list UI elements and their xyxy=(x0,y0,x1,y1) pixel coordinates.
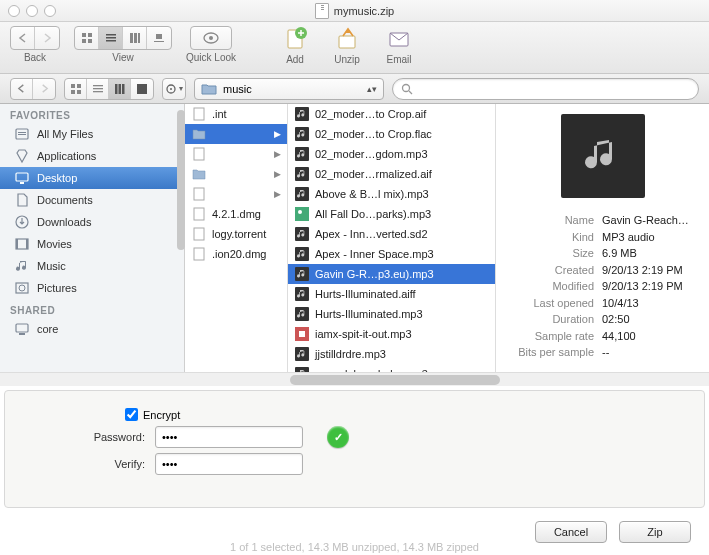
desktop-icon xyxy=(14,170,30,186)
svg-rect-27 xyxy=(122,84,125,94)
svg-rect-5 xyxy=(106,37,116,39)
all-my-files-icon xyxy=(14,126,30,142)
column2-item[interactable]: Hurts-Illuminated.aiff xyxy=(288,284,495,304)
svg-rect-0 xyxy=(82,33,86,37)
file-icon xyxy=(191,146,207,162)
scrollbar-thumb[interactable] xyxy=(290,375,500,385)
sidebar-item-movies[interactable]: Movies xyxy=(0,233,184,255)
quick-look-label: Quick Look xyxy=(186,52,236,63)
sidebar-item-downloads[interactable]: Downloads xyxy=(0,211,184,233)
column2-item[interactable]: Apex - Inner Space.mp3 xyxy=(288,244,495,264)
back-button[interactable] xyxy=(11,27,35,49)
meta-value: 44,100 xyxy=(602,328,697,345)
svg-rect-46 xyxy=(194,148,204,160)
sidebar-item-music[interactable]: Music xyxy=(0,255,184,277)
column2-item[interactable]: Apex - Inn…verted.sd2 xyxy=(288,224,495,244)
file-label: iamx-spit-it-out.mp3 xyxy=(315,328,412,340)
file-label: 02_moder…rmalized.aif xyxy=(315,168,432,180)
column2-item[interactable]: 02_moder…rmalized.aif xyxy=(288,164,495,184)
path-list-view[interactable] xyxy=(87,79,109,99)
column2-item[interactable]: Above & B…l mix).mp3 xyxy=(288,184,495,204)
svg-rect-43 xyxy=(16,324,28,332)
horizontal-scrollbar[interactable] xyxy=(0,372,709,386)
svg-rect-47 xyxy=(194,188,204,200)
unzip-button[interactable] xyxy=(328,26,366,52)
search-input[interactable] xyxy=(413,83,690,95)
sidebar-item-pictures[interactable]: Pictures xyxy=(0,277,184,299)
sidebar-item-desktop[interactable]: Desktop xyxy=(0,167,184,189)
zip-button[interactable]: Zip xyxy=(619,521,691,543)
sidebar-item-label: Documents xyxy=(37,194,93,206)
meta-row: Size6.9 MB xyxy=(508,245,697,262)
svg-rect-39 xyxy=(16,239,18,249)
path-column-view[interactable] xyxy=(109,79,131,99)
music-note-icon xyxy=(581,134,625,178)
audio-file-icon xyxy=(294,306,310,322)
column2-item[interactable]: jjstilldrdre.mp3 xyxy=(288,344,495,364)
list-view-button[interactable] xyxy=(99,27,123,49)
cancel-button[interactable]: Cancel xyxy=(535,521,607,543)
svg-rect-20 xyxy=(71,90,75,94)
file-label: All Fall Do…parks).mp3 xyxy=(315,208,431,220)
column2-item[interactable]: 02_moder…to Crop.aif xyxy=(288,104,495,124)
add-button[interactable] xyxy=(276,26,314,52)
path-coverflow-view[interactable] xyxy=(131,79,153,99)
sidebar-item-label: Downloads xyxy=(37,216,91,228)
column2-item[interactable]: Gavin G-R…p3.eu).mp3 xyxy=(288,264,495,284)
verify-input[interactable] xyxy=(155,453,303,475)
column2-item[interactable]: oceanlab-…d_day.mp3 xyxy=(288,364,495,372)
path-dropdown[interactable]: music ▴▾ xyxy=(194,78,384,100)
column1-item[interactable]: .int xyxy=(185,104,287,124)
sidebar-item-documents[interactable]: Documents xyxy=(0,189,184,211)
sidebar-scrollbar[interactable] xyxy=(177,110,185,250)
audio-file-icon xyxy=(294,266,310,282)
path-forward-button[interactable] xyxy=(33,79,55,99)
file-label: 4.2.1.dmg xyxy=(212,208,261,220)
sidebar-item-applications[interactable]: Applications xyxy=(0,145,184,167)
image2-file-icon xyxy=(294,326,310,342)
encrypt-checkbox[interactable] xyxy=(125,408,138,421)
column2-item[interactable]: 02_moder…to Crop.flac xyxy=(288,124,495,144)
column1-item[interactable]: ▶ xyxy=(185,144,287,164)
email-button[interactable] xyxy=(380,26,418,52)
path-icon-view[interactable] xyxy=(65,79,87,99)
column1-item[interactable]: .ion20.dmg xyxy=(185,244,287,264)
column2-item[interactable]: All Fall Do…parks).mp3 xyxy=(288,204,495,224)
svg-rect-35 xyxy=(16,173,28,181)
password-input[interactable] xyxy=(155,426,303,448)
window-title-text: mymusic.zip xyxy=(334,5,395,17)
column-view-button[interactable] xyxy=(123,27,147,49)
sidebar-item-label: Applications xyxy=(37,150,96,162)
column1-item[interactable]: 4.2.1.dmg xyxy=(185,204,287,224)
meta-value: -- xyxy=(602,344,697,361)
column1-item[interactable]: logy.torrent xyxy=(185,224,287,244)
column2-item[interactable]: Hurts-Illuminated.mp3 xyxy=(288,304,495,324)
path-back-button[interactable] xyxy=(11,79,33,99)
meta-row: Bits per sample-- xyxy=(508,344,697,361)
file-icon xyxy=(191,186,207,202)
column2-item[interactable]: 02_moder…gdom.mp3 xyxy=(288,144,495,164)
column1-item[interactable]: ▶ xyxy=(185,164,287,184)
audio-file-icon xyxy=(294,106,310,122)
sidebar: FAVORITES All My FilesApplicationsDeskto… xyxy=(0,104,185,372)
pictures-icon xyxy=(14,280,30,296)
icon-view-button[interactable] xyxy=(75,27,99,49)
quick-look-button[interactable] xyxy=(191,27,231,49)
sidebar-item-all-my-files[interactable]: All My Files xyxy=(0,123,184,145)
encrypt-label: Encrypt xyxy=(143,409,180,421)
search-field[interactable] xyxy=(392,78,699,100)
file-label: Apex - Inner Space.mp3 xyxy=(315,248,434,260)
column2-item[interactable]: iamx-spit-it-out.mp3 xyxy=(288,324,495,344)
file-label: Gavin G-R…p3.eu).mp3 xyxy=(315,268,434,280)
svg-rect-7 xyxy=(130,33,133,43)
column1-item[interactable]: ▶ xyxy=(185,184,287,204)
email-label: Email xyxy=(387,54,412,65)
sidebar-item-computer[interactable]: core xyxy=(0,318,184,340)
action-menu-button[interactable]: ▾ xyxy=(163,79,185,99)
meta-value: 10/4/13 xyxy=(602,295,697,312)
audio-file-icon xyxy=(294,186,310,202)
coverflow-view-button[interactable] xyxy=(147,27,171,49)
column-2: 02_moder…to Crop.aif02_moder…to Crop.fla… xyxy=(288,104,496,372)
column1-item[interactable]: ▶ xyxy=(185,124,287,144)
forward-button[interactable] xyxy=(35,27,59,49)
